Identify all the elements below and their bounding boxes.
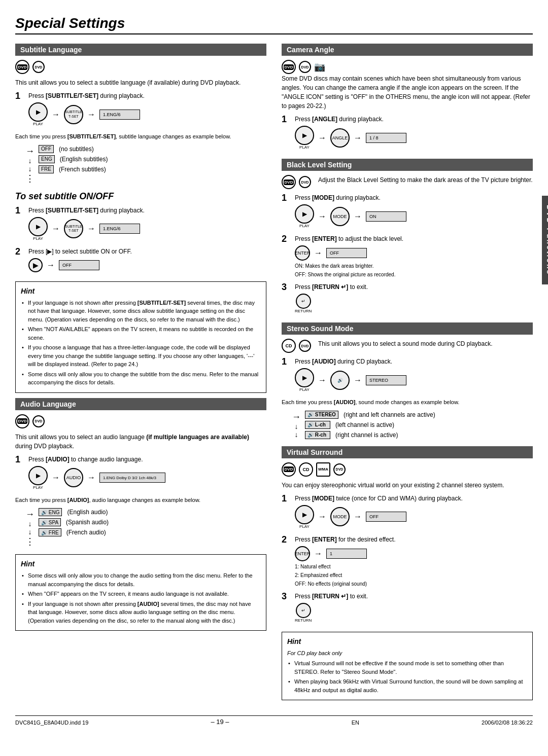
virtual-enter-button: ENTER xyxy=(295,546,310,561)
set-subtitle-step1: 1 Press [SUBTITLE/T-SET] during playback… xyxy=(15,206,266,243)
mode-button: MODE xyxy=(330,207,350,226)
subtitle-caption1: Each time you press [SUBTITLE/T-SET], su… xyxy=(15,132,266,141)
black-level-body: Adjust the Black Level Setting to make t… xyxy=(318,175,533,185)
return-btn-container: ↵ RETURN xyxy=(295,294,312,313)
audio-step1: 1 Press [AUDIO] to change audio language… xyxy=(15,455,266,492)
virtual-arrow2-icon: → xyxy=(354,512,362,521)
audio-language-header: Audio Language xyxy=(15,398,266,410)
camera-disc-icons: DVD DVD 📷 xyxy=(282,60,533,74)
virtual-dvd-icon1: DVD xyxy=(282,462,296,477)
page-lang: EN xyxy=(352,719,359,726)
stereo-play-button: ▶ xyxy=(295,368,314,387)
black-off-note: OFF: Shows the original picture as recor… xyxy=(295,271,533,278)
black-step2-text: Press [ENTER] to adjust the black level. xyxy=(295,234,533,243)
subtitle-option-eng: ENG (English subtitles) xyxy=(39,155,108,163)
stereo-stereo-desc: (right and left channels are active) xyxy=(344,411,435,418)
black-on-note: ON: Makes the dark areas brighter. xyxy=(295,263,533,270)
stereo-step1-text: Press [AUDIO] during CD playback. xyxy=(295,357,533,366)
subtitle-tset-button-container: SUBTITLET-SET xyxy=(64,105,83,124)
stereo-play-btn-container: ▶ PLAY xyxy=(295,368,314,392)
subtitle-body: This unit allows you to select a subtitl… xyxy=(15,78,266,87)
audio-display: 1.ENG Dolby D 3/2 1ch 48k/3 xyxy=(99,473,165,483)
set-subtitle-tset-button: SUBTITLET-SET xyxy=(64,219,83,238)
stereo-step1: 1 Press [AUDIO] during CD playback. ▶ PL… xyxy=(282,357,533,394)
dvd-disc-icon2: DVD xyxy=(32,61,45,73)
play-button: ▶ xyxy=(28,102,48,122)
virtual-step2-display: 1 xyxy=(326,549,367,559)
footer-right: 2006/02/08 18:36:22 xyxy=(482,719,533,726)
virtual-effect-off: OFF: No effects (original sound) xyxy=(295,581,533,588)
mode-btn-container: MODE xyxy=(330,207,350,226)
camera-icon: 📷 xyxy=(314,61,325,73)
camera-body: Some DVD discs may contain scenes which … xyxy=(282,74,533,111)
subtitle-eng-desc: (English subtitles) xyxy=(60,156,108,163)
arrow-right-icon: → xyxy=(52,110,60,119)
camera-display: 1 / 8 xyxy=(366,133,406,143)
forward-button: ▶ xyxy=(28,258,43,272)
stereo-lch-desc: (left channel is active) xyxy=(335,421,394,428)
footer-left: DVC841G_E8A04UD.indd 19 xyxy=(15,719,88,726)
subtitle-tset-button: SUBTITLET-SET xyxy=(64,105,83,124)
audio-button: AUDIO xyxy=(64,468,83,487)
black-step1: 1 Press [MODE] during playback. ▶ PLAY →… xyxy=(282,193,533,230)
camera-play-button: ▶ xyxy=(295,126,314,145)
black-level-header: Black Level Setting xyxy=(282,159,533,171)
black-play-button: ▶ xyxy=(295,204,314,224)
virtual-step2-diagram: ENTER → 1 xyxy=(295,546,533,561)
virtual-cd-icon: CD xyxy=(299,462,313,477)
audio-fre-desc: (French audio) xyxy=(66,529,106,536)
page-footer: DVC841G_E8A04UD.indd 19 – 19 – EN 2006/0… xyxy=(15,715,533,726)
audio-eng-box: 🔊 ENG xyxy=(39,508,62,516)
black-step3: 3 Press [RETURN ↵] to exit. ↵ RETURN xyxy=(282,282,533,315)
stereo-audio-btn-container: 🔊 xyxy=(330,371,350,390)
audio-play-btn-container: ▶ PLAY xyxy=(28,466,48,490)
chain-arrows: → ↓ ↓ ⋮ xyxy=(25,145,35,184)
virtual-mode-button: MODE xyxy=(330,507,350,526)
camera-arrow-icon: → xyxy=(318,133,326,142)
dvd-disc-icon: DVD xyxy=(15,60,29,74)
subtitle-off-box: OFF xyxy=(39,145,54,153)
virtual-step1-text: Press [MODE] twice (once for CD and WMA)… xyxy=(295,494,533,503)
camera-angle-header: Camera Angle xyxy=(282,44,533,56)
set-subtitle-step2-text: Press [▶] to select subtitle ON or OFF. xyxy=(28,247,266,256)
hint1-title: Hint xyxy=(21,286,261,297)
audio-step1-text: Press [AUDIO] to change audio language. xyxy=(28,455,266,464)
virtual-return-container: ↵ RETURN xyxy=(295,603,312,623)
page-number: – 19 – xyxy=(211,718,229,726)
set-subtitle-step1-text: Press [SUBTITLE/T-SET] during playback. xyxy=(28,206,266,215)
black-step1-text: Press [MODE] during playback. xyxy=(295,193,533,202)
subtitle-options-chain: → ↓ ↓ ⋮ OFF (no subtitles) ENG (English … xyxy=(25,145,266,184)
virtual-step2-text: Press [ENTER] for the desired effect. xyxy=(295,535,533,544)
hint1-box: Hint If your language is not shown after… xyxy=(15,281,266,393)
camera-arrow2-icon: → xyxy=(354,133,362,142)
subtitle-options-list: OFF (no subtitles) ENG (English subtitle… xyxy=(39,145,108,173)
subtitle-fre-desc: (French subtitles) xyxy=(59,166,106,173)
hint2-box: Hint Some discs will only allow you to c… xyxy=(15,554,266,631)
audio-body: This unit allows you to select an audio … xyxy=(15,433,266,451)
audio-dvd-icon2: DVD xyxy=(32,415,45,427)
audio-btn-container: AUDIO xyxy=(64,468,83,487)
audio-option-spa: 🔊 SPA (Spanish audio) xyxy=(39,518,109,526)
dvd-functions-label: DVD Functions xyxy=(542,196,548,284)
virtual-step1-display: OFF xyxy=(366,512,406,522)
hint2-bullet2: When "OFF" appears on the TV screen, it … xyxy=(21,590,261,598)
virtual-return-button: ↵ xyxy=(296,603,311,618)
subtitle-eng-box: ENG xyxy=(39,155,55,163)
black-dvd-icon2: DVD xyxy=(299,176,311,188)
camera-dvd-icon: DVD xyxy=(282,60,296,74)
black-enter-container: ENTER xyxy=(295,245,310,261)
audio-disc-icons: DVD DVD xyxy=(15,414,266,428)
black-play-btn-container: ▶ PLAY xyxy=(295,204,314,228)
set-subtitle-off-display: OFF xyxy=(59,260,99,270)
virtual-effect1: 1: Natural effect xyxy=(295,563,533,570)
black-disc-icons: DVD DVD Adjust the Black Level Setting t… xyxy=(282,175,533,189)
black-step2-diagram: ENTER → OFF xyxy=(295,245,533,261)
audio-play-button: ▶ xyxy=(28,466,48,485)
stereo-chain-arrows: → ↓ ↓ xyxy=(292,411,301,439)
hint1-bullet3: If you choose a language that has a thre… xyxy=(21,343,261,369)
camera-dvd-icon2: DVD xyxy=(299,61,311,73)
hint1-bullet4: Some discs will only allow you to change… xyxy=(21,370,261,387)
audio-arrow-icon: → xyxy=(52,473,60,482)
page-title: Special Settings xyxy=(15,15,533,34)
subtitle-option-fre: FRE (French subtitles) xyxy=(39,165,108,173)
